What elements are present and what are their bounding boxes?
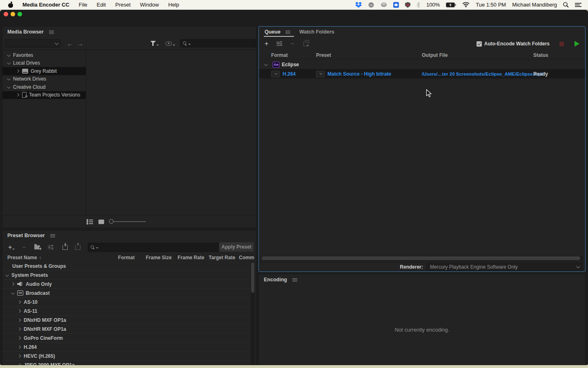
menubar-user[interactable]: Michael Mandiberg [512,2,557,8]
start-queue-button[interactable] [575,41,579,47]
chevron-icon[interactable] [7,53,11,57]
column-frame-rate[interactable]: Frame Rate [178,255,209,260]
menubar-app-name[interactable]: Media Encoder CC [22,2,69,8]
import-preset-icon[interactable] [62,245,68,250]
chevron-icon[interactable] [17,336,21,340]
chevron-icon[interactable] [17,345,21,349]
media-browser-content-area[interactable] [86,50,256,216]
export-preset-icon[interactable] [75,245,80,250]
teamviewer-icon[interactable] [393,2,399,8]
auto-encode-checkbox[interactable] [477,41,482,47]
duplicate-icon[interactable] [303,42,307,46]
chevron-icon[interactable] [17,354,21,358]
column-target-rate[interactable]: Target Rate [209,255,239,260]
output-file-link[interactable]: /Users/…ter 20 Screenshots/Eclipse_AME/E… [422,72,533,76]
chevron-icon[interactable] [16,69,20,73]
back-arrow-button[interactable]: ← [67,40,73,47]
panel-menu-icon[interactable] [49,30,54,34]
preset-tree-item[interactable]: JPEG 2000 MXF OP1a [2,361,249,365]
scrollbar-thumb[interactable] [262,256,580,260]
preset-settings-icon[interactable] [48,245,53,250]
menu-preset[interactable]: Preset [115,2,131,8]
spotlight-search-icon[interactable] [563,2,569,8]
preset-tree-item[interactable]: AS-10 [2,298,249,307]
preset-tree-item[interactable]: Audio Only [2,280,249,289]
menu-help[interactable]: Help [168,2,179,8]
queue-horizontal-scrollbar[interactable] [261,256,583,260]
preset-tree-item[interactable]: System Presets [2,271,249,280]
chevron-icon[interactable] [17,363,21,366]
chevron-icon[interactable] [17,318,21,322]
minimize-window-button[interactable] [11,12,15,16]
media-tree-item[interactable]: Favorites [2,51,86,59]
chevron-icon[interactable] [11,282,15,286]
menu-edit[interactable]: Edit [97,2,106,8]
preset-value[interactable]: Match Source - High bitrate [327,71,391,77]
tab-watch-folders[interactable]: Watch Folders [299,29,334,35]
chevron-icon[interactable] [17,327,21,331]
preset-tree-item[interactable]: DNxHD MXF OP1a [2,316,249,325]
preset-search-input[interactable] [88,243,223,252]
eye-caret-icon[interactable] [173,45,175,46]
scrollbar-thumb[interactable] [251,263,254,293]
forward-arrow-button[interactable]: → [77,40,83,47]
preview-eye-icon[interactable] [165,41,172,46]
list-view-icon[interactable] [87,219,93,224]
new-group-icon[interactable] [34,245,40,249]
close-window-button[interactable] [4,12,8,16]
panel-menu-icon[interactable] [50,234,55,238]
column-comment[interactable]: Comm [239,255,254,260]
queue-output-row[interactable]: H.264 Match Source - High bitrate /Users… [259,69,585,79]
chevron-icon[interactable] [7,85,11,89]
preset-vertical-scrollbar[interactable] [251,262,255,365]
tab-queue[interactable]: Queue [265,29,281,35]
remove-source-button[interactable]: − [290,40,294,47]
chevron-icon[interactable] [7,77,11,81]
round-app-icon[interactable] [381,2,387,7]
stop-queue-button[interactable] [559,42,564,46]
chevron-down-icon[interactable] [264,63,268,67]
menu-file[interactable]: File [79,2,87,8]
bluetooth-icon[interactable] [416,2,420,8]
column-frame-size[interactable]: Frame Size [146,255,178,260]
preset-tree-item[interactable]: DNxHR MXF OP1a [2,325,249,334]
media-search-input[interactable] [180,39,256,47]
column-format[interactable]: Format [118,255,146,260]
preset-tree-item[interactable]: User Presets & Groups [2,262,249,271]
preset-tree-item[interactable]: HEVC (H.265) [2,352,249,361]
thumbnail-view-icon[interactable] [98,220,104,224]
chevron-icon[interactable] [7,61,11,65]
apply-preset-button[interactable]: Apply Preset [219,242,254,252]
menubar-clock[interactable]: Tue 1:50 PM [476,2,506,8]
column-preset-name[interactable]: Preset Name ↑ [2,255,118,260]
notification-list-icon[interactable] [575,2,581,7]
slider-knob[interactable] [109,219,114,224]
media-tree-item[interactable]: Creative Cloud [2,83,86,91]
media-tree-item[interactable]: Network Drives [2,75,86,83]
media-tree-item[interactable]: Grey Rabbit [2,67,86,75]
mcafee-shield-icon[interactable]: M [405,2,410,8]
queue-source-row[interactable]: Ae Eclipse [259,60,585,69]
preset-tree-item[interactable]: AS-11 [2,307,249,316]
chevron-icon[interactable] [17,309,21,313]
queue-preset-settings-icon[interactable] [276,41,282,46]
media-tree-item[interactable]: Team Projects Versions [2,91,86,99]
preset-tree-item[interactable]: Broadcast [2,289,249,298]
preset-tree-item[interactable]: GoPro CineForm [2,334,249,343]
format-value[interactable]: H.264 [283,71,296,77]
panel-menu-icon[interactable] [292,278,297,282]
chevron-icon[interactable] [16,93,20,97]
media-tree-item[interactable]: Local Drives [2,59,86,67]
preset-tree-item[interactable]: H.264 [2,343,249,352]
thumbnail-size-slider[interactable] [109,219,146,224]
remove-preset-button[interactable]: − [22,244,26,251]
filter-caret-icon[interactable] [156,45,159,46]
creative-cloud-icon[interactable]: ∞ [368,2,374,8]
add-preset-button[interactable]: + [8,244,12,251]
format-dropdown-button[interactable] [271,71,280,77]
media-source-dropdown[interactable] [5,39,60,47]
add-caret-icon[interactable] [12,249,15,250]
filter-icon[interactable] [150,41,156,46]
zoom-window-button[interactable] [18,12,22,16]
dropbox-icon[interactable] [355,2,362,8]
